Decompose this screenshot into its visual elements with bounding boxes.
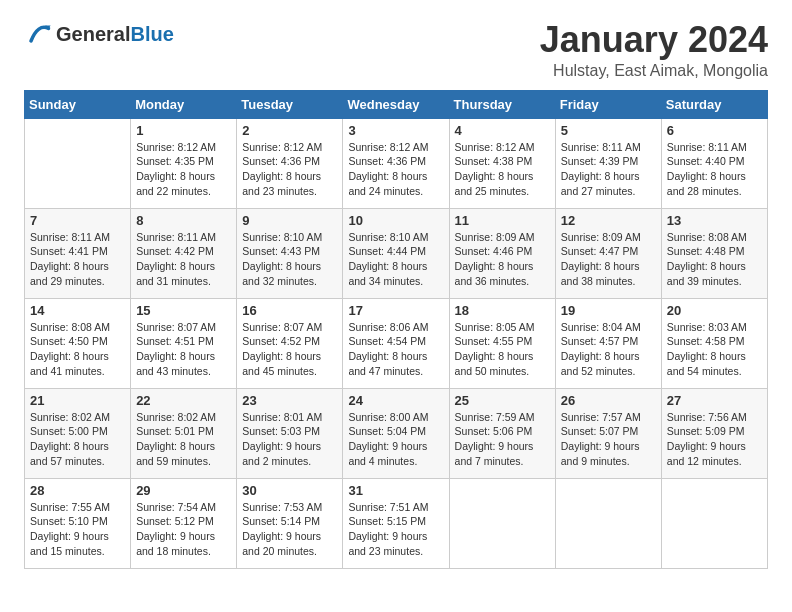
calendar-cell: 5Sunrise: 8:11 AM Sunset: 4:39 PM Daylig… xyxy=(555,118,661,208)
day-info: Sunrise: 8:04 AM Sunset: 4:57 PM Dayligh… xyxy=(561,320,656,379)
day-info: Sunrise: 8:12 AM Sunset: 4:35 PM Dayligh… xyxy=(136,140,231,199)
day-info: Sunrise: 8:00 AM Sunset: 5:04 PM Dayligh… xyxy=(348,410,443,469)
day-number: 1 xyxy=(136,123,231,138)
day-info: Sunrise: 8:07 AM Sunset: 4:51 PM Dayligh… xyxy=(136,320,231,379)
calendar-cell: 29Sunrise: 7:54 AM Sunset: 5:12 PM Dayli… xyxy=(131,478,237,568)
day-info: Sunrise: 7:59 AM Sunset: 5:06 PM Dayligh… xyxy=(455,410,550,469)
calendar-table: SundayMondayTuesdayWednesdayThursdayFrid… xyxy=(24,90,768,569)
day-info: Sunrise: 8:05 AM Sunset: 4:55 PM Dayligh… xyxy=(455,320,550,379)
day-info: Sunrise: 7:55 AM Sunset: 5:10 PM Dayligh… xyxy=(30,500,125,559)
day-number: 11 xyxy=(455,213,550,228)
day-number: 30 xyxy=(242,483,337,498)
day-number: 5 xyxy=(561,123,656,138)
calendar-cell xyxy=(449,478,555,568)
day-info: Sunrise: 7:54 AM Sunset: 5:12 PM Dayligh… xyxy=(136,500,231,559)
header-cell-wednesday: Wednesday xyxy=(343,90,449,118)
day-info: Sunrise: 8:11 AM Sunset: 4:39 PM Dayligh… xyxy=(561,140,656,199)
day-number: 28 xyxy=(30,483,125,498)
day-number: 10 xyxy=(348,213,443,228)
day-number: 16 xyxy=(242,303,337,318)
calendar-cell: 10Sunrise: 8:10 AM Sunset: 4:44 PM Dayli… xyxy=(343,208,449,298)
day-number: 6 xyxy=(667,123,762,138)
day-info: Sunrise: 7:57 AM Sunset: 5:07 PM Dayligh… xyxy=(561,410,656,469)
calendar-cell: 28Sunrise: 7:55 AM Sunset: 5:10 PM Dayli… xyxy=(25,478,131,568)
day-number: 26 xyxy=(561,393,656,408)
logo: GeneralBlue xyxy=(24,20,174,48)
day-info: Sunrise: 8:12 AM Sunset: 4:36 PM Dayligh… xyxy=(242,140,337,199)
day-info: Sunrise: 8:07 AM Sunset: 4:52 PM Dayligh… xyxy=(242,320,337,379)
calendar-week-row: 28Sunrise: 7:55 AM Sunset: 5:10 PM Dayli… xyxy=(25,478,768,568)
calendar-cell: 25Sunrise: 7:59 AM Sunset: 5:06 PM Dayli… xyxy=(449,388,555,478)
header-cell-monday: Monday xyxy=(131,90,237,118)
day-info: Sunrise: 7:53 AM Sunset: 5:14 PM Dayligh… xyxy=(242,500,337,559)
day-number: 9 xyxy=(242,213,337,228)
calendar-cell: 7Sunrise: 8:11 AM Sunset: 4:41 PM Daylig… xyxy=(25,208,131,298)
calendar-cell: 12Sunrise: 8:09 AM Sunset: 4:47 PM Dayli… xyxy=(555,208,661,298)
logo-general-text: GeneralBlue xyxy=(56,23,174,45)
day-info: Sunrise: 8:02 AM Sunset: 5:00 PM Dayligh… xyxy=(30,410,125,469)
month-title: January 2024 xyxy=(540,20,768,60)
calendar-cell xyxy=(25,118,131,208)
calendar-cell: 21Sunrise: 8:02 AM Sunset: 5:00 PM Dayli… xyxy=(25,388,131,478)
calendar-cell: 19Sunrise: 8:04 AM Sunset: 4:57 PM Dayli… xyxy=(555,298,661,388)
day-info: Sunrise: 8:03 AM Sunset: 4:58 PM Dayligh… xyxy=(667,320,762,379)
day-info: Sunrise: 8:09 AM Sunset: 4:47 PM Dayligh… xyxy=(561,230,656,289)
calendar-cell: 22Sunrise: 8:02 AM Sunset: 5:01 PM Dayli… xyxy=(131,388,237,478)
day-number: 17 xyxy=(348,303,443,318)
title-area: January 2024 Hulstay, East Aimak, Mongol… xyxy=(540,20,768,80)
calendar-week-row: 14Sunrise: 8:08 AM Sunset: 4:50 PM Dayli… xyxy=(25,298,768,388)
day-number: 23 xyxy=(242,393,337,408)
header: GeneralBlue January 2024 Hulstay, East A… xyxy=(24,20,768,80)
calendar-cell: 18Sunrise: 8:05 AM Sunset: 4:55 PM Dayli… xyxy=(449,298,555,388)
day-info: Sunrise: 7:51 AM Sunset: 5:15 PM Dayligh… xyxy=(348,500,443,559)
day-number: 13 xyxy=(667,213,762,228)
day-number: 14 xyxy=(30,303,125,318)
day-info: Sunrise: 8:11 AM Sunset: 4:40 PM Dayligh… xyxy=(667,140,762,199)
day-info: Sunrise: 8:09 AM Sunset: 4:46 PM Dayligh… xyxy=(455,230,550,289)
calendar-cell: 23Sunrise: 8:01 AM Sunset: 5:03 PM Dayli… xyxy=(237,388,343,478)
day-number: 24 xyxy=(348,393,443,408)
day-info: Sunrise: 7:56 AM Sunset: 5:09 PM Dayligh… xyxy=(667,410,762,469)
calendar-cell: 2Sunrise: 8:12 AM Sunset: 4:36 PM Daylig… xyxy=(237,118,343,208)
day-number: 2 xyxy=(242,123,337,138)
location-title: Hulstay, East Aimak, Mongolia xyxy=(540,62,768,80)
calendar-cell: 11Sunrise: 8:09 AM Sunset: 4:46 PM Dayli… xyxy=(449,208,555,298)
day-info: Sunrise: 8:08 AM Sunset: 4:50 PM Dayligh… xyxy=(30,320,125,379)
calendar-cell: 17Sunrise: 8:06 AM Sunset: 4:54 PM Dayli… xyxy=(343,298,449,388)
calendar-cell: 8Sunrise: 8:11 AM Sunset: 4:42 PM Daylig… xyxy=(131,208,237,298)
calendar-cell: 3Sunrise: 8:12 AM Sunset: 4:36 PM Daylig… xyxy=(343,118,449,208)
header-cell-tuesday: Tuesday xyxy=(237,90,343,118)
calendar-cell: 1Sunrise: 8:12 AM Sunset: 4:35 PM Daylig… xyxy=(131,118,237,208)
calendar-cell: 16Sunrise: 8:07 AM Sunset: 4:52 PM Dayli… xyxy=(237,298,343,388)
calendar-cell: 14Sunrise: 8:08 AM Sunset: 4:50 PM Dayli… xyxy=(25,298,131,388)
day-number: 3 xyxy=(348,123,443,138)
day-info: Sunrise: 8:12 AM Sunset: 4:36 PM Dayligh… xyxy=(348,140,443,199)
calendar-week-row: 21Sunrise: 8:02 AM Sunset: 5:00 PM Dayli… xyxy=(25,388,768,478)
logo-icon xyxy=(24,20,52,48)
day-number: 7 xyxy=(30,213,125,228)
day-number: 31 xyxy=(348,483,443,498)
calendar-cell xyxy=(661,478,767,568)
day-number: 21 xyxy=(30,393,125,408)
day-info: Sunrise: 8:10 AM Sunset: 4:44 PM Dayligh… xyxy=(348,230,443,289)
calendar-week-row: 7Sunrise: 8:11 AM Sunset: 4:41 PM Daylig… xyxy=(25,208,768,298)
calendar-cell: 15Sunrise: 8:07 AM Sunset: 4:51 PM Dayli… xyxy=(131,298,237,388)
day-info: Sunrise: 8:01 AM Sunset: 5:03 PM Dayligh… xyxy=(242,410,337,469)
calendar-cell: 26Sunrise: 7:57 AM Sunset: 5:07 PM Dayli… xyxy=(555,388,661,478)
day-number: 27 xyxy=(667,393,762,408)
day-info: Sunrise: 8:11 AM Sunset: 4:42 PM Dayligh… xyxy=(136,230,231,289)
calendar-cell: 24Sunrise: 8:00 AM Sunset: 5:04 PM Dayli… xyxy=(343,388,449,478)
day-number: 20 xyxy=(667,303,762,318)
day-number: 4 xyxy=(455,123,550,138)
calendar-cell: 9Sunrise: 8:10 AM Sunset: 4:43 PM Daylig… xyxy=(237,208,343,298)
day-number: 22 xyxy=(136,393,231,408)
day-number: 12 xyxy=(561,213,656,228)
day-number: 8 xyxy=(136,213,231,228)
header-cell-sunday: Sunday xyxy=(25,90,131,118)
day-number: 18 xyxy=(455,303,550,318)
calendar-cell: 6Sunrise: 8:11 AM Sunset: 4:40 PM Daylig… xyxy=(661,118,767,208)
calendar-cell: 20Sunrise: 8:03 AM Sunset: 4:58 PM Dayli… xyxy=(661,298,767,388)
calendar-week-row: 1Sunrise: 8:12 AM Sunset: 4:35 PM Daylig… xyxy=(25,118,768,208)
calendar-cell xyxy=(555,478,661,568)
day-number: 15 xyxy=(136,303,231,318)
